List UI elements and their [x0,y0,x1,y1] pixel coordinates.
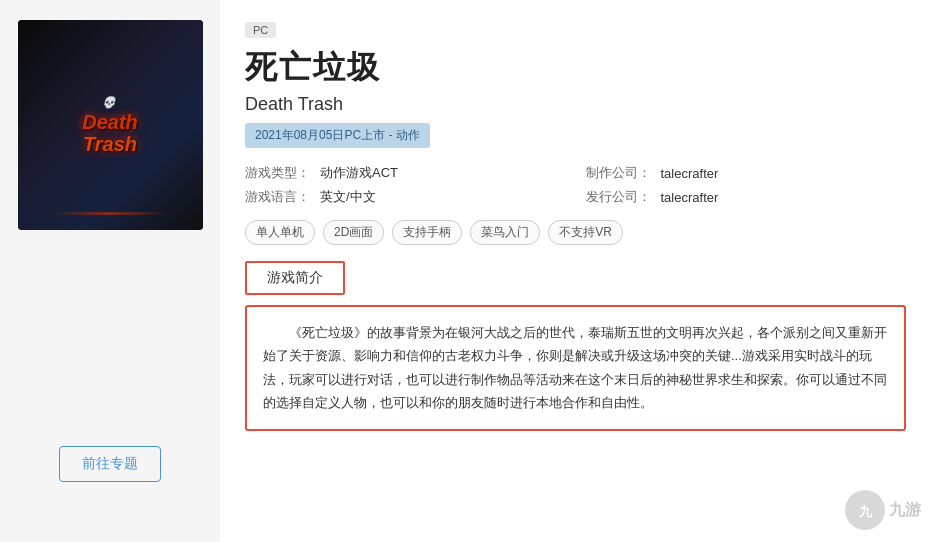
svg-text:九: 九 [858,504,873,519]
game-cover-image: 💀 Death Trash [18,20,203,230]
language-row: 游戏语言： 英文/中文 [245,188,566,206]
meta-grid: 游戏类型： 动作游戏ACT 制作公司： talecrafter 游戏语言： 英文… [245,164,906,206]
tag-1[interactable]: 2D画面 [323,220,384,245]
content-area: PC 死亡垃圾 Death Trash 2021年08月05日PC上市 - 动作… [220,0,931,542]
sidebar-button-area: 前往专题 [0,446,220,482]
tag-4[interactable]: 不支持VR [548,220,623,245]
tag-0[interactable]: 单人单机 [245,220,315,245]
goto-topic-button[interactable]: 前往专题 [59,446,161,482]
tags-row: 单人单机2D画面支持手柄菜鸟入门不支持VR [245,220,906,245]
publisher-row: 发行公司： talecrafter [586,188,907,206]
tab-section: 游戏简介 [245,261,906,295]
game-title-chinese: 死亡垃圾 [245,46,906,90]
tab-intro-button[interactable]: 游戏简介 [245,261,345,295]
sidebar: 💀 Death Trash 前往专题 [0,0,220,542]
game-logo-trash: Trash [83,133,137,155]
tag-3[interactable]: 菜鸟入门 [470,220,540,245]
jiuyou-icon: 九 [845,490,885,530]
page-container: 💀 Death Trash 前往专题 PC 死亡垃圾 Death Trash 2… [0,0,931,542]
game-title-english: Death Trash [245,94,906,115]
genre-row: 游戏类型： 动作游戏ACT [245,164,566,182]
description-text: 《死亡垃圾》的故事背景为在银河大战之后的世代，泰瑞斯五世的文明再次兴起，各个派别… [263,321,888,415]
description-box: 《死亡垃圾》的故事背景为在银河大战之后的世代，泰瑞斯五世的文明再次兴起，各个派别… [245,305,906,431]
release-info-badge: 2021年08月05日PC上市 - 动作 [245,123,906,164]
platform-badge: PC [245,20,906,46]
game-logo-death: Death [82,111,138,133]
jiuyou-text: 九游 [889,500,921,521]
developer-row: 制作公司： talecrafter [586,164,907,182]
tag-2[interactable]: 支持手柄 [392,220,462,245]
jiuyou-watermark: 九 九游 [845,490,921,530]
